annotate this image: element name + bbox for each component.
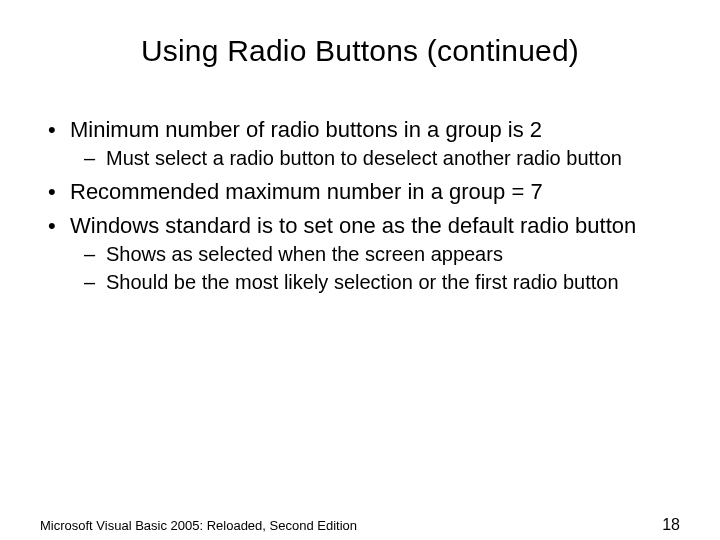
bullet-text: Minimum number of radio buttons in a gro… xyxy=(70,117,542,142)
slide-title: Using Radio Buttons (continued) xyxy=(0,34,720,68)
sub-bullet-list: Must select a radio button to deselect a… xyxy=(70,146,670,172)
sub-bullet-text: Must select a radio button to deselect a… xyxy=(106,147,622,169)
bullet-text: Windows standard is to set one as the de… xyxy=(70,213,636,238)
sub-bullet-text: Should be the most likely selection or t… xyxy=(106,271,619,293)
bullet-text: Recommended maximum number in a group = … xyxy=(70,179,543,204)
bullet-item: Minimum number of radio buttons in a gro… xyxy=(40,116,670,172)
footer-source: Microsoft Visual Basic 2005: Reloaded, S… xyxy=(40,518,357,533)
page-number: 18 xyxy=(662,516,680,534)
sub-bullet-item: Should be the most likely selection or t… xyxy=(80,270,670,296)
sub-bullet-item: Shows as selected when the screen appear… xyxy=(80,242,670,268)
sub-bullet-list: Shows as selected when the screen appear… xyxy=(70,242,670,295)
slide-footer: Microsoft Visual Basic 2005: Reloaded, S… xyxy=(40,516,680,534)
bullet-list: Minimum number of radio buttons in a gro… xyxy=(40,116,670,295)
sub-bullet-text: Shows as selected when the screen appear… xyxy=(106,243,503,265)
slide-body: Minimum number of radio buttons in a gro… xyxy=(0,116,720,295)
sub-bullet-item: Must select a radio button to deselect a… xyxy=(80,146,670,172)
bullet-item: Recommended maximum number in a group = … xyxy=(40,178,670,206)
slide: Using Radio Buttons (continued) Minimum … xyxy=(0,34,720,540)
bullet-item: Windows standard is to set one as the de… xyxy=(40,212,670,295)
